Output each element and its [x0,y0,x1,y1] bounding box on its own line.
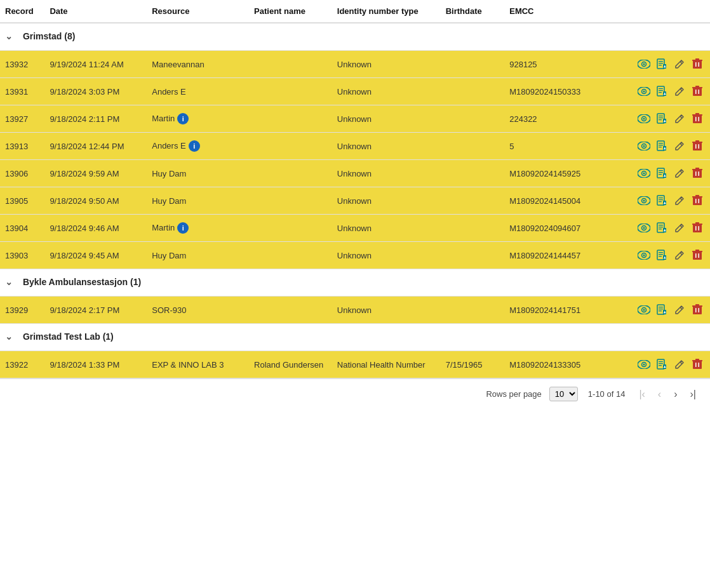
view-button[interactable] [637,194,651,208]
cell-birthdate [441,105,505,133]
document-button[interactable] [655,194,669,208]
group-chevron-1[interactable]: ⌄ [5,277,17,288]
rows-per-page-select[interactable]: 10 25 50 [549,387,578,401]
rows-per-page-label: Rows per page [486,389,541,399]
info-badge[interactable]: i [177,222,189,234]
last-page-button[interactable]: ›| [687,387,700,401]
svg-rect-12 [695,62,697,67]
document-button[interactable] [655,221,669,235]
svg-rect-109 [699,226,700,231]
edit-button[interactable] [673,57,687,71]
document-button[interactable] [655,357,669,371]
svg-point-82 [643,200,645,202]
delete-button[interactable] [690,112,704,126]
delete-button[interactable] [690,194,704,208]
delete-button[interactable] [690,84,704,98]
svg-rect-53 [659,145,663,145]
document-button[interactable] [655,57,669,71]
col-header-record: Record [0,0,44,23]
svg-rect-150 [659,365,662,366]
cell-record: 13922 [0,351,44,378]
cell-birthdate [441,187,505,215]
svg-rect-61 [699,144,700,149]
svg-rect-140 [695,308,697,312]
edit-button[interactable] [673,84,687,98]
svg-rect-13 [699,62,700,67]
svg-rect-21 [659,90,663,91]
svg-rect-90 [664,203,666,204]
group-chevron-0[interactable]: ⌄ [5,31,17,43]
document-button[interactable] [655,248,669,262]
info-badge[interactable]: i [177,113,189,124]
delete-button[interactable] [690,221,704,235]
svg-rect-29 [699,90,700,94]
document-button[interactable] [655,112,669,126]
view-button[interactable] [637,112,651,126]
edit-button[interactable] [673,139,687,153]
svg-rect-106 [664,231,666,231]
svg-rect-86 [659,201,662,202]
svg-rect-11 [693,60,702,69]
cell-resource: Martini [147,215,249,242]
next-page-button[interactable]: › [670,387,681,401]
table-header: Record Date Resource Patient name Identi… [0,0,710,23]
svg-rect-62 [692,142,702,143]
cell-emcc: 224322 [504,105,632,133]
cell-emcc: M18092024144457 [504,242,632,269]
view-button[interactable] [637,248,651,262]
svg-rect-45 [699,117,700,121]
edit-button[interactable] [673,303,687,317]
cell-patient [249,242,332,269]
info-badge[interactable]: i [189,140,200,152]
cell-date: 9/18/2024 9:50 AM [44,187,147,215]
edit-button[interactable] [673,166,687,180]
cell-date: 9/18/2024 9:46 AM [44,215,147,242]
cell-actions [632,78,710,105]
view-button[interactable] [637,221,651,235]
document-button[interactable] [655,303,669,317]
svg-rect-74 [664,176,666,177]
svg-rect-133 [659,309,663,309]
cell-record: 13931 [0,78,44,105]
delete-button[interactable] [690,248,704,262]
svg-point-18 [643,91,645,93]
delete-button[interactable] [690,303,704,317]
view-button[interactable] [637,357,651,371]
svg-rect-94 [692,196,702,197]
view-button[interactable] [637,84,651,98]
delete-button[interactable] [690,357,704,371]
edit-button[interactable] [673,112,687,126]
cell-record: 13906 [0,160,44,187]
svg-rect-132 [659,307,663,307]
document-button[interactable] [655,139,669,153]
view-button[interactable] [637,166,651,180]
svg-point-130 [643,309,645,311]
view-button[interactable] [637,303,651,317]
svg-rect-157 [699,363,700,367]
svg-rect-143 [695,304,699,305]
delete-button[interactable] [690,166,704,180]
group-chevron-2[interactable]: ⌄ [5,331,17,343]
cell-resource: Huy Dam [147,242,249,269]
cell-birthdate [441,242,505,269]
svg-rect-77 [699,171,700,176]
cell-identity: Unknown [332,215,441,242]
edit-button[interactable] [673,357,687,371]
cell-birthdate [441,78,505,105]
document-button[interactable] [655,166,669,180]
view-button[interactable] [637,57,651,71]
first-page-button[interactable]: |‹ [635,387,648,401]
edit-button[interactable] [673,194,687,208]
delete-button[interactable] [690,57,704,71]
cell-resource: Huy Dam [147,160,249,187]
svg-rect-122 [664,258,666,258]
cell-date: 9/18/2024 2:17 PM [44,297,147,324]
view-button[interactable] [637,139,651,153]
edit-button[interactable] [673,248,687,262]
edit-button[interactable] [673,221,687,235]
prev-page-button[interactable]: ‹ [654,387,665,401]
delete-button[interactable] [690,139,704,153]
document-button[interactable] [655,84,669,98]
svg-rect-70 [659,174,662,175]
svg-rect-59 [693,142,702,150]
